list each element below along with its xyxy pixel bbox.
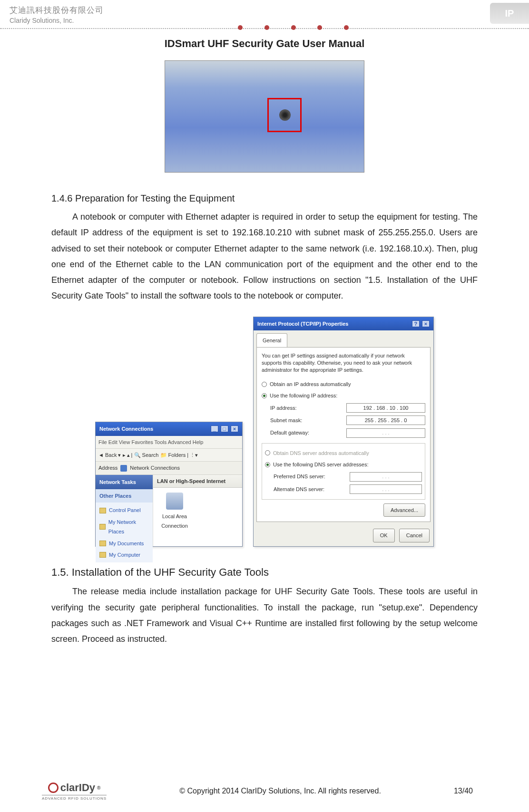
place-my-documents[interactable]: My Documents	[99, 538, 149, 549]
company-name-en: Claridy Solutions, Inc.	[10, 17, 519, 24]
tab-general[interactable]: General	[256, 333, 287, 347]
section-15-paragraph: The release media include installation p…	[51, 584, 478, 647]
win1-body: Network Tasks Other Places Control Panel…	[96, 475, 242, 546]
content-area: 1.4.6 Preparation for Testing the Equipm…	[0, 190, 529, 648]
address-label: Address	[98, 463, 118, 473]
advanced-button[interactable]: Advanced...	[383, 503, 425, 517]
page-footer: clarIDy® ADVANCED RFID SOLUTIONS © Copyr…	[0, 782, 529, 801]
advanced-row: Advanced...	[262, 502, 425, 517]
highlight-box-icon	[267, 98, 302, 132]
network-connections-window: Network Connections _ □ × File Edit View…	[95, 422, 243, 546]
ok-button[interactable]: OK	[373, 529, 395, 542]
radio-selected-icon	[262, 393, 267, 398]
radio-obtain-dns-auto: Obtain DNS server address automatically	[265, 447, 422, 459]
win2-title: Internet Protocol (TCP/IP) Properties	[257, 319, 348, 329]
other-places-header[interactable]: Other Places	[96, 489, 153, 503]
ip-address-row: IP address: 192 . 168 . 10 . 100	[262, 402, 425, 414]
minimize-icon[interactable]: _	[211, 425, 218, 432]
cancel-button[interactable]: Cancel	[399, 529, 430, 542]
radio-use-following-ip[interactable]: Use the following IP address:	[262, 390, 425, 401]
ring-icon	[48, 783, 59, 793]
close-icon[interactable]: ×	[231, 425, 238, 432]
company-name-cn: 艾迪訊科技股份有限公司	[10, 5, 519, 16]
radio-obtain-ip-auto[interactable]: Obtain an IP address automatically	[262, 378, 425, 390]
dns-fieldset: Obtain DNS server address automatically …	[262, 443, 425, 500]
win2-tabbar: General	[254, 330, 433, 347]
win2-info-text: You can get IP settings assigned automat…	[262, 352, 425, 374]
network-icon	[120, 465, 127, 472]
default-gateway-label: Default gateway:	[270, 428, 346, 437]
ip-address-label: IP address:	[270, 403, 346, 413]
section-15-heading: 1.5. Installation of the UHF Security Ga…	[51, 563, 478, 582]
header-separator	[0, 27, 529, 29]
brand-tagline: ADVANCED RFID SOLUTIONS	[42, 795, 107, 801]
tcpip-properties-window: Internet Protocol (TCP/IP) Properties ? …	[253, 317, 434, 547]
lan-adapter-icon	[166, 493, 183, 510]
network-tasks-header[interactable]: Network Tasks	[96, 475, 153, 489]
page-number: 13/40	[454, 787, 473, 795]
copyright-text: © Copyright 2014 ClarIDy Solutions, Inc.…	[107, 787, 454, 795]
close-icon[interactable]: ×	[422, 320, 430, 327]
lan-group-header: LAN or High-Speed Internet	[153, 475, 242, 488]
win1-window-buttons: _ □ ×	[210, 424, 238, 434]
other-places-list: Control Panel My Network Places My Docum…	[96, 503, 153, 562]
preferred-dns-label: Preferred DNS server:	[274, 472, 350, 481]
default-gateway-row: Default gateway: . . .	[262, 426, 425, 439]
brand-logo: clarIDy®	[48, 782, 101, 794]
lan-label: Local Area Connection	[157, 512, 192, 531]
device-photo	[165, 60, 364, 173]
preferred-dns-row: Preferred DNS server: . . .	[265, 470, 422, 483]
radio-icon	[265, 450, 270, 455]
local-area-connection-item[interactable]: Local Area Connection	[153, 488, 196, 536]
section-146-paragraph: A notebook or computer with Ethernet ada…	[51, 209, 478, 304]
win1-titlebar: Network Connections _ □ ×	[96, 422, 242, 435]
place-my-network-places[interactable]: My Network Places	[99, 516, 149, 538]
place-my-computer[interactable]: My Computer	[99, 549, 149, 561]
screenshot-row: Network Connections _ □ × File Edit View…	[51, 317, 478, 547]
radio-use-following-dns[interactable]: Use the following DNS server addresses:	[265, 459, 422, 470]
ipsmart-logo-icon: IP	[490, 3, 529, 24]
win1-sidebar: Network Tasks Other Places Control Panel…	[96, 475, 153, 546]
preferred-dns-input[interactable]: . . .	[350, 472, 422, 482]
win1-address-bar[interactable]: Address Network Connections	[96, 462, 242, 474]
maximize-icon[interactable]: □	[221, 425, 228, 432]
alternate-dns-label: Alternate DNS server:	[274, 484, 350, 494]
radio-icon	[262, 382, 267, 387]
address-value: Network Connections	[130, 463, 180, 473]
win1-toolbar[interactable]: ◄ Back ▾ ▸ ▴ | 🔍 Search 📁 Folders | ⋮▾	[96, 449, 242, 462]
win2-titlebar: Internet Protocol (TCP/IP) Properties ? …	[254, 317, 433, 330]
default-gateway-input[interactable]: . . .	[346, 428, 425, 438]
ip-address-input[interactable]: 192 . 168 . 10 . 100	[346, 403, 425, 413]
win1-main: LAN or High-Speed Internet Local Area Co…	[153, 475, 242, 546]
footer-logo: clarIDy® ADVANCED RFID SOLUTIONS	[42, 782, 107, 801]
place-control-panel[interactable]: Control Panel	[99, 504, 149, 516]
subnet-mask-input[interactable]: 255 . 255 . 255 . 0	[346, 416, 425, 425]
section-146-heading: 1.4.6 Preparation for Testing the Equipm…	[51, 190, 478, 207]
alternate-dns-row: Alternate DNS server: . . .	[265, 483, 422, 495]
win1-title: Network Connections	[99, 424, 153, 434]
page-header: 艾迪訊科技股份有限公司 Claridy Solutions, Inc. IP	[0, 0, 529, 24]
win2-window-buttons: ? ×	[411, 319, 430, 329]
win1-menubar[interactable]: File Edit View Favorites Tools Advanced …	[96, 436, 242, 449]
radio-selected-icon	[265, 462, 270, 467]
win2-tab-body: You can get IP settings assigned automat…	[256, 347, 431, 522]
help-icon[interactable]: ?	[412, 320, 420, 327]
subnet-mask-row: Subnet mask: 255 . 255 . 255 . 0	[262, 414, 425, 426]
document-title: IDSmart UHF Security Gate User Manual	[0, 38, 529, 50]
subnet-mask-label: Subnet mask:	[270, 416, 346, 425]
win2-footer: OK Cancel	[254, 525, 433, 546]
device-photo-wrap	[0, 60, 529, 173]
alternate-dns-input[interactable]: . . .	[350, 484, 422, 494]
